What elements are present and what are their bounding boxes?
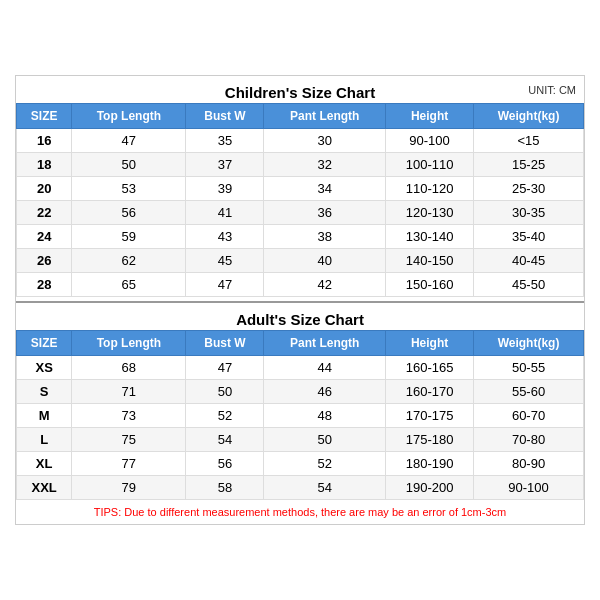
table-cell: 28 xyxy=(17,273,72,297)
table-cell: 55-60 xyxy=(474,380,584,404)
col-header-pant-length: Pant Length xyxy=(264,104,386,129)
table-cell: XS xyxy=(17,356,72,380)
table-cell: 30-35 xyxy=(474,201,584,225)
table-cell: 26 xyxy=(17,249,72,273)
table-row: 18503732100-11015-25 xyxy=(17,153,584,177)
table-cell: 53 xyxy=(72,177,186,201)
table-cell: 65 xyxy=(72,273,186,297)
table-cell: S xyxy=(17,380,72,404)
table-cell: 80-90 xyxy=(474,452,584,476)
table-cell: 35 xyxy=(186,129,264,153)
adult-header-row: SIZE Top Length Bust W Pant Length Heigh… xyxy=(17,331,584,356)
table-cell: 45 xyxy=(186,249,264,273)
table-row: 22564136120-13030-35 xyxy=(17,201,584,225)
col-header-size: SIZE xyxy=(17,104,72,129)
adult-col-header-height: Height xyxy=(386,331,474,356)
children-size-table: SIZE Top Length Bust W Pant Length Heigh… xyxy=(16,103,584,297)
adult-size-table: SIZE Top Length Bust W Pant Length Heigh… xyxy=(16,330,584,500)
table-cell: 25-30 xyxy=(474,177,584,201)
table-row: L755450175-18070-80 xyxy=(17,428,584,452)
table-cell: 37 xyxy=(186,153,264,177)
table-cell: 77 xyxy=(72,452,186,476)
table-cell: 46 xyxy=(264,380,386,404)
table-cell: 73 xyxy=(72,404,186,428)
col-header-top-length: Top Length xyxy=(72,104,186,129)
table-cell: 71 xyxy=(72,380,186,404)
table-cell: 22 xyxy=(17,201,72,225)
table-cell: 190-200 xyxy=(386,476,474,500)
table-row: M735248170-17560-70 xyxy=(17,404,584,428)
table-cell: 43 xyxy=(186,225,264,249)
size-chart-container: Children's Size Chart UNIT: CM SIZE Top … xyxy=(15,75,585,525)
unit-label: UNIT: CM xyxy=(528,84,576,96)
table-cell: 32 xyxy=(264,153,386,177)
table-cell: 150-160 xyxy=(386,273,474,297)
table-cell: XL xyxy=(17,452,72,476)
table-cell: 47 xyxy=(186,356,264,380)
children-header-row: SIZE Top Length Bust W Pant Length Heigh… xyxy=(17,104,584,129)
table-cell: 30 xyxy=(264,129,386,153)
adult-section-title: Adult's Size Chart xyxy=(16,301,584,330)
table-cell: 170-175 xyxy=(386,404,474,428)
table-cell: L xyxy=(17,428,72,452)
table-cell: 18 xyxy=(17,153,72,177)
table-cell: 90-100 xyxy=(386,129,474,153)
adult-title-text: Adult's Size Chart xyxy=(236,311,364,328)
table-row: 24594338130-14035-40 xyxy=(17,225,584,249)
table-cell: 59 xyxy=(72,225,186,249)
tips-text: TIPS: Due to different measurement metho… xyxy=(16,500,584,524)
table-cell: 120-130 xyxy=(386,201,474,225)
table-cell: 50-55 xyxy=(474,356,584,380)
col-header-height: Height xyxy=(386,104,474,129)
table-cell: 35-40 xyxy=(474,225,584,249)
table-cell: 70-80 xyxy=(474,428,584,452)
adult-col-header-bust-w: Bust W xyxy=(186,331,264,356)
table-cell: 54 xyxy=(264,476,386,500)
table-row: 28654742150-16045-50 xyxy=(17,273,584,297)
col-header-bust-w: Bust W xyxy=(186,104,264,129)
table-cell: 16 xyxy=(17,129,72,153)
table-cell: 52 xyxy=(264,452,386,476)
table-cell: 180-190 xyxy=(386,452,474,476)
table-cell: 24 xyxy=(17,225,72,249)
table-cell: 50 xyxy=(186,380,264,404)
table-cell: 50 xyxy=(264,428,386,452)
table-cell: 15-25 xyxy=(474,153,584,177)
children-table-body: 1647353090-100<1518503732100-11015-25205… xyxy=(17,129,584,297)
table-cell: 39 xyxy=(186,177,264,201)
table-cell: 75 xyxy=(72,428,186,452)
table-cell: 110-120 xyxy=(386,177,474,201)
table-cell: 41 xyxy=(186,201,264,225)
col-header-weight: Weight(kg) xyxy=(474,104,584,129)
table-cell: 79 xyxy=(72,476,186,500)
table-cell: 36 xyxy=(264,201,386,225)
adult-col-header-weight: Weight(kg) xyxy=(474,331,584,356)
table-cell: 90-100 xyxy=(474,476,584,500)
table-cell: 68 xyxy=(72,356,186,380)
table-row: 20533934110-12025-30 xyxy=(17,177,584,201)
table-cell: 44 xyxy=(264,356,386,380)
table-row: S715046160-17055-60 xyxy=(17,380,584,404)
table-cell: XXL xyxy=(17,476,72,500)
table-cell: 58 xyxy=(186,476,264,500)
table-cell: 160-170 xyxy=(386,380,474,404)
table-cell: <15 xyxy=(474,129,584,153)
children-title-text: Children's Size Chart xyxy=(225,84,375,101)
children-section-title: Children's Size Chart UNIT: CM xyxy=(16,76,584,103)
table-cell: 38 xyxy=(264,225,386,249)
table-cell: 50 xyxy=(72,153,186,177)
table-cell: 100-110 xyxy=(386,153,474,177)
table-cell: M xyxy=(17,404,72,428)
table-cell: 47 xyxy=(72,129,186,153)
table-row: XL775652180-19080-90 xyxy=(17,452,584,476)
adult-col-header-pant-length: Pant Length xyxy=(264,331,386,356)
table-cell: 175-180 xyxy=(386,428,474,452)
table-cell: 160-165 xyxy=(386,356,474,380)
table-cell: 62 xyxy=(72,249,186,273)
table-row: XXL795854190-20090-100 xyxy=(17,476,584,500)
table-row: XS684744160-16550-55 xyxy=(17,356,584,380)
adult-table-body: XS684744160-16550-55S715046160-17055-60M… xyxy=(17,356,584,500)
table-cell: 47 xyxy=(186,273,264,297)
table-cell: 52 xyxy=(186,404,264,428)
table-cell: 140-150 xyxy=(386,249,474,273)
